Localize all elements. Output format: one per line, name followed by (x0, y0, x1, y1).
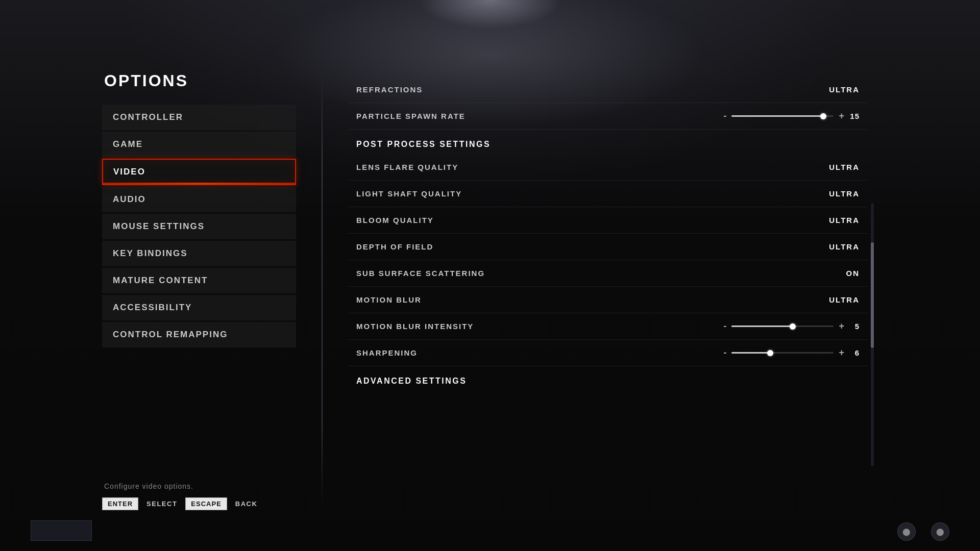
sidebar-item-accessibility[interactable]: ACCESSIBILITY (102, 295, 296, 320)
setting-value-bloom-quality[interactable]: ULTRA (829, 216, 860, 224)
escape-action-label: BACK (235, 500, 258, 508)
sidebar-item-audio[interactable]: AUDIO (102, 187, 296, 212)
right-panel-wrapper: REFRACTIONS ULTRA PARTICLE SPAWN RATE - … (348, 71, 878, 510)
slider-plus-icon-sharp[interactable]: + (839, 347, 844, 358)
config-hint: Configure video options. (102, 467, 296, 490)
slider-fill-sharp (731, 352, 770, 354)
sidebar-item-game[interactable]: GAME (102, 132, 296, 157)
scroll-thumb[interactable] (871, 242, 874, 347)
escape-key-button[interactable]: ESCAPE (185, 497, 227, 510)
section-header-advanced: ADVANCED SETTINGS (348, 366, 868, 391)
slider-particle-spawn-rate[interactable]: - + 15 (723, 111, 860, 121)
setting-row-particle-spawn-rate: PARTICLE SPAWN RATE - + 15 (348, 103, 868, 130)
right-panel: REFRACTIONS ULTRA PARTICLE SPAWN RATE - … (348, 71, 878, 391)
setting-value-refractions[interactable]: ULTRA (829, 85, 860, 94)
sidebar-item-mouse-settings[interactable]: MOUSE SETTINGS (102, 214, 296, 239)
setting-value-light-shaft-quality[interactable]: ULTRA (829, 189, 860, 198)
slider-minus-icon-mbi[interactable]: - (723, 321, 726, 332)
top-light-beam (388, 0, 592, 61)
slider-thumb[interactable] (820, 113, 826, 119)
bottom-icon-right: ⬤ (931, 522, 949, 541)
slider-thumb-sharp[interactable] (767, 350, 773, 356)
settings-list: REFRACTIONS ULTRA PARTICLE SPAWN RATE - … (348, 77, 868, 391)
scrollbar[interactable] (871, 203, 874, 466)
setting-row-light-shaft-quality: LIGHT SHAFT QUALITY ULTRA (348, 181, 868, 207)
setting-value-sub-surface-scattering[interactable]: ON (846, 269, 860, 278)
slider-value-motion-blur-intensity: 5 (849, 322, 860, 331)
bottom-left-decoration (31, 520, 92, 541)
setting-row-lens-flare-quality: LENS FLARE QUALITY ULTRA (348, 154, 868, 181)
slider-plus-icon[interactable]: + (839, 111, 844, 121)
setting-name-light-shaft-quality: LIGHT SHAFT QUALITY (356, 189, 462, 198)
setting-row-refractions: REFRACTIONS ULTRA (348, 77, 868, 103)
setting-value-motion-blur[interactable]: ULTRA (829, 295, 860, 304)
slider-track-sharp[interactable] (731, 352, 834, 354)
setting-name-sub-surface-scattering: SUB SURFACE SCATTERING (356, 269, 485, 278)
main-container: OPTIONS CONTROLLER GAME VIDEO AUDIO MOUS… (102, 71, 878, 510)
setting-name-sharpening: SHARPENING (356, 348, 418, 357)
slider-thumb-mbi[interactable] (790, 323, 796, 330)
bottom-right-decoration: ⬤ ⬤ (897, 522, 949, 541)
enter-action-label: SELECT (146, 500, 177, 508)
controls-bar: ENTER SELECT ESCAPE BACK (102, 497, 296, 510)
sidebar-item-key-bindings[interactable]: KEY BINDINGS (102, 241, 296, 266)
slider-fill-mbi (731, 325, 793, 327)
setting-name-lens-flare-quality: LENS FLARE QUALITY (356, 163, 458, 171)
slider-fill (731, 115, 823, 117)
setting-name-particle-spawn-rate: PARTICLE SPAWN RATE (356, 112, 465, 120)
page-title: OPTIONS (102, 71, 296, 90)
setting-row-sharpening: SHARPENING - + 6 (348, 340, 868, 366)
sidebar-item-video[interactable]: VIDEO (102, 159, 296, 185)
slider-track[interactable] (731, 115, 834, 117)
setting-row-bloom-quality: BLOOM QUALITY ULTRA (348, 207, 868, 234)
setting-row-depth-of-field: DEPTH OF FIELD ULTRA (348, 234, 868, 260)
setting-name-motion-blur-intensity: MOTION BLUR INTENSITY (356, 322, 474, 331)
slider-track-mbi[interactable] (731, 325, 834, 327)
enter-key-button[interactable]: ENTER (102, 497, 138, 510)
setting-row-motion-blur-intensity: MOTION BLUR INTENSITY - + 5 (348, 313, 868, 340)
sidebar-item-control-remapping[interactable]: CONTROL REMAPPING (102, 322, 296, 347)
nav-menu: CONTROLLER GAME VIDEO AUDIO MOUSE SETTIN… (102, 105, 296, 347)
setting-name-refractions: REFRACTIONS (356, 85, 423, 94)
bottom-icon-left: ⬤ (897, 522, 916, 541)
setting-value-depth-of-field[interactable]: ULTRA (829, 242, 860, 251)
section-header-post-process: POST PROCESS SETTINGS (348, 130, 868, 154)
slider-plus-icon-mbi[interactable]: + (839, 321, 844, 332)
slider-sharpening[interactable]: - + 6 (723, 347, 860, 358)
sidebar-item-mature-content[interactable]: MATURE CONTENT (102, 268, 296, 293)
sidebar-item-controller[interactable]: CONTROLLER (102, 105, 296, 130)
setting-row-sub-surface-scattering: SUB SURFACE SCATTERING ON (348, 260, 868, 287)
setting-name-motion-blur: MOTION BLUR (356, 295, 422, 304)
slider-motion-blur-intensity[interactable]: - + 5 (723, 321, 860, 332)
slider-minus-icon[interactable]: - (723, 111, 726, 121)
panel-divider (322, 71, 323, 510)
left-panel: OPTIONS CONTROLLER GAME VIDEO AUDIO MOUS… (102, 71, 296, 510)
slider-value-sharpening: 6 (849, 348, 860, 357)
setting-value-lens-flare-quality[interactable]: ULTRA (829, 163, 860, 171)
slider-minus-icon-sharp[interactable]: - (723, 347, 726, 358)
setting-row-motion-blur: MOTION BLUR ULTRA (348, 287, 868, 313)
setting-name-depth-of-field: DEPTH OF FIELD (356, 242, 433, 251)
slider-value-particle-spawn-rate: 15 (849, 112, 860, 120)
setting-name-bloom-quality: BLOOM QUALITY (356, 216, 434, 224)
